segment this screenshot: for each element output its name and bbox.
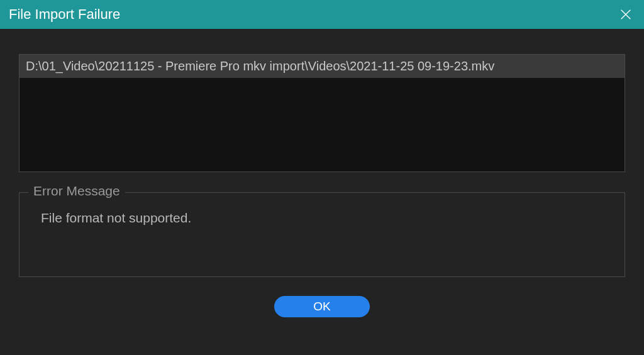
ok-button[interactable]: OK — [274, 296, 370, 317]
dialog-content: D:\01_Video\20211125 - Premiere Pro mkv … — [0, 29, 644, 317]
file-row[interactable]: D:\01_Video\20211125 - Premiere Pro mkv … — [19, 55, 625, 78]
error-legend: Error Message — [28, 183, 125, 199]
dialog-title: File Import Failure — [9, 6, 120, 23]
titlebar: File Import Failure — [0, 0, 644, 29]
file-list[interactable]: D:\01_Video\20211125 - Premiere Pro mkv … — [19, 54, 625, 172]
close-button[interactable] — [615, 4, 636, 25]
button-row: OK — [19, 296, 625, 317]
error-message-group: Error Message File format not supported. — [19, 192, 625, 277]
error-text: File format not supported. — [32, 210, 612, 226]
close-icon — [619, 8, 633, 21]
